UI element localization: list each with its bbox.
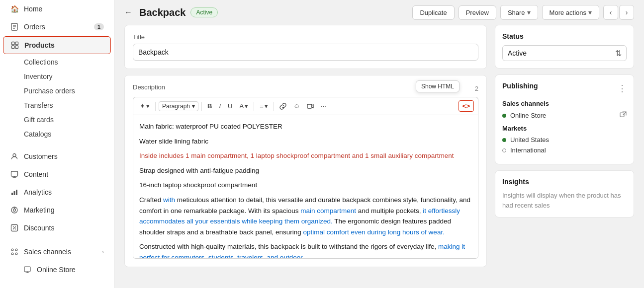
toolbar-emoji-btn[interactable]: ☺	[291, 101, 302, 111]
sales-channels-arrow: ›	[102, 249, 104, 255]
sidebar-item-customers[interactable]: Customers	[3, 148, 111, 165]
svg-rect-11	[14, 191, 15, 195]
status-card: Status Active Draft ⇅	[495, 25, 634, 69]
sidebar-item-online-store[interactable]: Online Store	[3, 261, 111, 278]
nav-next-button[interactable]: ›	[619, 5, 634, 20]
toolbar-italic-btn[interactable]: I	[216, 101, 223, 111]
svg-rect-4	[12, 42, 15, 45]
page-title: Backpack	[139, 7, 185, 18]
toolbar-divider-1	[155, 102, 156, 111]
left-panel: Title Description 2 Show HTML ✦ ▾	[124, 25, 487, 278]
status-select[interactable]: Active Draft	[502, 45, 627, 61]
orders-badge: 1	[94, 23, 104, 30]
sidebar-item-apps[interactable]: Apps ›	[3, 285, 111, 288]
share-chevron-icon: ▾	[527, 8, 531, 16]
sidebar-item-inventory[interactable]: Inventory	[24, 70, 111, 83]
nav-prev-button[interactable]: ‹	[603, 5, 618, 20]
align-icon: ≡	[260, 102, 264, 110]
topbar-actions: Duplicate Preview Share ▾ More actions ▾…	[412, 5, 634, 20]
svg-point-22	[15, 253, 17, 255]
publishing-more-icon[interactable]: ⋮	[618, 83, 627, 94]
united-states-market: United States	[502, 136, 627, 144]
duplicate-button[interactable]: Duplicate	[412, 5, 454, 20]
desc-line-7: Constructed with high-quality materials,…	[139, 241, 472, 259]
sidebar-item-transfers[interactable]: Transfers	[24, 98, 111, 112]
content-area: Title Description 2 Show HTML ✦ ▾	[114, 25, 644, 288]
sidebar-item-marketing[interactable]: Marketing	[3, 202, 111, 218]
sidebar-item-orders[interactable]: Orders 1	[3, 18, 111, 35]
online-store-channel: Online Store	[502, 111, 627, 120]
orders-icon	[10, 22, 19, 31]
svg-rect-7	[15, 46, 18, 49]
nav-arrows: ‹ ›	[603, 5, 634, 20]
status-card-title: Status	[502, 32, 627, 40]
sidebar-item-products[interactable]: Products	[3, 36, 111, 54]
preview-button[interactable]: Preview	[459, 5, 496, 20]
toolbar-bold-btn[interactable]: B	[205, 101, 214, 111]
toolbar-video-btn[interactable]	[304, 101, 316, 111]
sidebar-item-catalogs[interactable]: Catalogs	[24, 127, 111, 141]
sidebar-item-content[interactable]: Content	[3, 166, 111, 183]
sidebar-item-collections[interactable]: Collections	[24, 55, 111, 69]
toolbar-align-btn[interactable]: ≡ ▾	[257, 101, 271, 111]
intl-market-dot	[502, 148, 506, 152]
marketing-icon	[10, 206, 19, 215]
paragraph-select[interactable]: Paragraph ▾	[159, 101, 198, 111]
description-editor[interactable]: Main fabric: waterproof PU coated POLYES…	[133, 115, 478, 259]
svg-rect-10	[11, 193, 13, 195]
international-market: International	[502, 146, 627, 154]
topbar: ← Backpack Active Duplicate Preview Shar…	[114, 0, 644, 25]
sidebar-item-gift-cards[interactable]: Gift cards	[24, 113, 111, 127]
sidebar-item-sales-channels[interactable]: Sales channels ›	[3, 243, 111, 260]
svg-rect-6	[12, 46, 15, 49]
toolbar-more-btn[interactable]: ···	[318, 101, 329, 111]
intl-market-label: International	[510, 146, 627, 154]
svg-point-19	[11, 249, 13, 251]
sidebar-item-home[interactable]: 🏠 Home	[3, 0, 111, 17]
sidebar-item-discounts[interactable]: Discounts	[3, 219, 111, 236]
editor-toolbar: ✦ ▾ Paragraph ▾ B I U A ▾	[133, 97, 478, 115]
publishing-card: Publishing ⋮ Sales channels Online Store…	[495, 74, 634, 164]
discounts-icon	[10, 223, 19, 232]
toolbar-color-btn[interactable]: A ▾	[237, 101, 251, 111]
toolbar-code-btn[interactable]: <>	[459, 100, 474, 112]
description-card: Description 2 Show HTML ✦ ▾ Paragraph	[124, 75, 487, 267]
paragraph-chevron-icon: ▾	[192, 103, 195, 110]
video-icon	[307, 103, 314, 110]
toolbar-magic-btn[interactable]: ✦ ▾	[137, 101, 152, 111]
sidebar-sub-products: Collections Inventory Purchase orders Tr…	[0, 55, 114, 142]
title-input[interactable]	[133, 44, 478, 61]
sales-channels-expand-icon	[10, 247, 19, 256]
svg-rect-28	[307, 104, 312, 108]
publishing-title: Publishing	[502, 82, 538, 90]
desc-line-1: Main fabric: waterproof PU coated POLYES…	[139, 121, 472, 132]
sidebar: 🏠 Home Orders 1 Products Collections Inv…	[0, 0, 114, 288]
sidebar-item-analytics[interactable]: Analytics	[3, 184, 111, 201]
online-store-link-icon[interactable]	[620, 111, 627, 120]
toolbar-divider-3	[254, 102, 254, 111]
toolbar-link-btn[interactable]	[277, 101, 289, 111]
svg-rect-9	[11, 171, 18, 176]
us-market-label: United States	[510, 136, 627, 144]
status-badge: Active	[190, 7, 218, 17]
right-panel: Status Active Draft ⇅ Publishing ⋮ Sales…	[495, 25, 634, 278]
online-store-dot	[502, 114, 506, 118]
content-icon	[10, 170, 19, 179]
more-actions-button[interactable]: More actions ▾	[542, 5, 599, 20]
svg-point-17	[13, 226, 14, 227]
svg-rect-12	[16, 190, 17, 195]
sidebar-item-purchase-orders[interactable]: Purchase orders	[24, 84, 111, 98]
back-button[interactable]: ←	[124, 8, 132, 17]
desc-line-6: Crafted with meticulous attention to det…	[139, 195, 472, 237]
toolbar-underline-btn[interactable]: U	[225, 101, 235, 111]
markets-title: Markets	[502, 125, 627, 132]
insights-title: Insights	[502, 178, 627, 186]
customers-icon	[10, 152, 19, 161]
insights-text: Insights will display when the product h…	[502, 191, 627, 210]
desc-line-4: Strap designed with anti-fatigue padding	[139, 165, 472, 176]
title-label: Title	[133, 33, 478, 41]
us-market-dot	[502, 138, 506, 142]
svg-point-18	[15, 228, 16, 229]
share-button[interactable]: Share ▾	[500, 5, 538, 20]
toolbar-divider-4	[274, 102, 274, 111]
